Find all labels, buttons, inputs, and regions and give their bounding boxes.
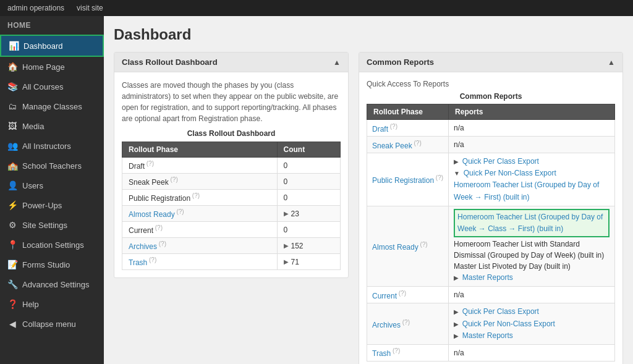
home-icon: 🏠 [7, 62, 17, 72]
dashboard-icon: 📊 [9, 41, 19, 51]
phase-link[interactable]: Draft [372, 125, 388, 133]
question-mark[interactable]: (?) [190, 192, 200, 199]
sidebar-item-manage-classes[interactable]: 🗂 Manage Classes [0, 96, 104, 116]
visit-site-link[interactable]: visit site [77, 4, 103, 12]
rollout-phase-link[interactable]: Almost Ready [129, 210, 175, 219]
sidebar-item-power-ups[interactable]: ⚡ Power-Ups [0, 195, 104, 215]
sidebar-item-media[interactable]: 🖼 Media [0, 116, 104, 136]
rollout-panel-body: Classes are moved though the phases by y… [114, 72, 348, 277]
table-row: Almost Ready (?)▶23 [122, 206, 341, 222]
reports-phase-cell: Public Registration (?) [367, 153, 449, 206]
table-row: Public Registration (?)0 [122, 190, 341, 206]
common-reports-panel-header: Common Reports ▲ [359, 53, 622, 72]
reports-phase-cell: Trash (?) [367, 344, 449, 361]
report-link[interactable]: ▼ Quick Per Non-Class Export [454, 167, 610, 179]
rollout-count-cell: ▶71 [277, 254, 340, 270]
sidebar-item-collapse-menu[interactable]: ◀ Collapse menu [0, 314, 104, 334]
sidebar-school-teachers-label: School Teachers [22, 161, 82, 171]
common-reports-collapse-icon[interactable]: ▲ [608, 58, 615, 67]
question-mark[interactable]: (?) [397, 290, 406, 297]
question-mark[interactable]: (?) [175, 208, 184, 215]
expand-arrow-icon[interactable]: ▶ [284, 258, 289, 265]
expand-arrow-icon[interactable]: ▶ [284, 242, 289, 249]
sidebar-item-school-teachers[interactable]: 🏫 School Teachers [0, 156, 104, 176]
report-link[interactable]: Homeroom Teacher List (Grouped by Day of… [454, 209, 610, 237]
sidebar-item-all-instructors[interactable]: 👥 All Instructors [0, 136, 104, 156]
sidebar-item-advanced-settings[interactable]: 🔧 Advanced Settings [0, 274, 104, 294]
courses-icon: 📚 [7, 82, 17, 91]
reports-links-cell: ▶ Quick Per Class Export▼ Quick Per Non-… [449, 153, 615, 206]
rollout-phase-cell: Archives (?) [122, 238, 278, 254]
rollout-panel-header: Class Rollout Dashboard ▲ [114, 53, 348, 72]
rollout-panel-collapse-icon[interactable]: ▲ [333, 58, 341, 67]
users-icon: 👤 [7, 180, 17, 190]
question-mark[interactable]: (?) [391, 347, 400, 354]
media-icon: 🖼 [7, 121, 17, 131]
common-reports-title: Common Reports [367, 57, 434, 67]
phase-link[interactable]: Public Registration [372, 176, 434, 185]
question-mark[interactable]: (?) [401, 319, 410, 326]
question-mark[interactable]: (?) [157, 240, 166, 247]
sidebar: Home 📊 Dashboard 🏠 Home Page 📚 All Cours… [0, 16, 104, 364]
sidebar-item-all-courses[interactable]: 📚 All Courses [0, 77, 104, 96]
sidebar-item-site-settings[interactable]: ⚙ Site Settings [0, 215, 104, 235]
table-row: Sneak Peek (?)n/a [367, 137, 615, 153]
report-item: ▶ Quick Per Class Export [454, 156, 610, 167]
question-mark[interactable]: (?) [153, 224, 163, 231]
table-row: Trash (?)n/a [367, 344, 615, 361]
panels-row: Class Rollout Dashboard ▲ Classes are mo… [114, 52, 623, 364]
question-mark[interactable]: (?) [147, 256, 156, 263]
phase-link[interactable]: Sneak Peek [372, 142, 412, 150]
reports-links-cell: n/a [449, 287, 615, 303]
rollout-phase-link[interactable]: Archives [129, 242, 157, 251]
question-mark[interactable]: (?) [388, 123, 397, 130]
sidebar-item-help[interactable]: ❓ Help [0, 294, 104, 314]
rollout-phase-cell: Public Registration (?) [122, 190, 278, 206]
question-mark[interactable]: (?) [412, 140, 422, 146]
rollout-count-cell: 0 [277, 190, 340, 206]
table-row: Draft (?)0 [122, 158, 341, 174]
admin-operations-link[interactable]: admin operations [7, 4, 64, 12]
report-text: Master List Pivoted by Day (built in) [454, 261, 610, 272]
report-link[interactable]: ▶ Master Reports [454, 330, 610, 342]
rollout-count-cell: 0 [277, 174, 340, 190]
rollout-phase-link[interactable]: Trash [129, 258, 147, 267]
report-link[interactable]: ▶ Master Reports [454, 272, 610, 284]
reports-phase-cell: Archives (?) [367, 303, 449, 345]
question-mark[interactable]: (?) [418, 241, 428, 248]
rollout-phase-cell: Draft (?) [122, 158, 278, 174]
count-value: 23 [291, 210, 299, 218]
sidebar-item-users[interactable]: 👤 Users [0, 176, 104, 195]
question-mark[interactable]: (?) [169, 176, 178, 183]
report-text: n/a [454, 289, 610, 300]
sidebar-item-forms-studio[interactable]: 📝 Forms Studio [0, 255, 104, 274]
expand-arrow-icon[interactable]: ▶ [284, 210, 289, 217]
phase-link[interactable]: Current [372, 292, 397, 300]
rollout-count-cell: ▶23 [277, 206, 340, 222]
school-teachers-icon: 🏫 [7, 161, 17, 171]
common-reports-table: Rollout Phase Reports Draft (?)n/aSneak … [367, 104, 615, 362]
rollout-col-count: Count [277, 142, 340, 158]
phase-link[interactable]: Trash [372, 349, 391, 358]
report-text: Homeroom Teacher List with Standard Dism… [454, 239, 610, 261]
site-settings-icon: ⚙ [7, 220, 17, 230]
table-row: Sneak Peek (?)0 [122, 174, 341, 190]
report-text: n/a [454, 122, 610, 133]
report-link[interactable]: ▶ Quick Per Non-Class Export [454, 318, 610, 330]
sidebar-item-dashboard[interactable]: 📊 Dashboard [0, 35, 104, 57]
power-ups-icon: ⚡ [7, 200, 17, 210]
phase-link[interactable]: Almost Ready [372, 243, 418, 252]
rollout-table-subtitle: Class Rollout Dashboard [122, 129, 341, 138]
sidebar-item-home-page[interactable]: 🏠 Home Page [0, 57, 104, 77]
report-item: Homeroom Teacher List (Grouped by Day of… [454, 209, 610, 237]
phase-link[interactable]: Archives [372, 321, 401, 329]
report-link[interactable]: Homeroom Teacher List (Grouped by Day of… [454, 179, 610, 203]
report-item: ▶ Quick Per Non-Class Export [454, 318, 610, 330]
table-row: Archives (?)▶152 [122, 238, 341, 254]
report-link[interactable]: ▶ Quick Per Class Export [454, 306, 610, 318]
question-mark[interactable]: (?) [434, 174, 443, 181]
sidebar-item-location-settings[interactable]: 📍 Location Settings [0, 235, 104, 255]
question-mark[interactable]: (?) [145, 160, 154, 167]
report-link[interactable]: ▶ Quick Per Class Export [454, 156, 610, 167]
rollout-table: Rollout Phase Count Draft (?)0Sneak Peek… [122, 142, 341, 270]
